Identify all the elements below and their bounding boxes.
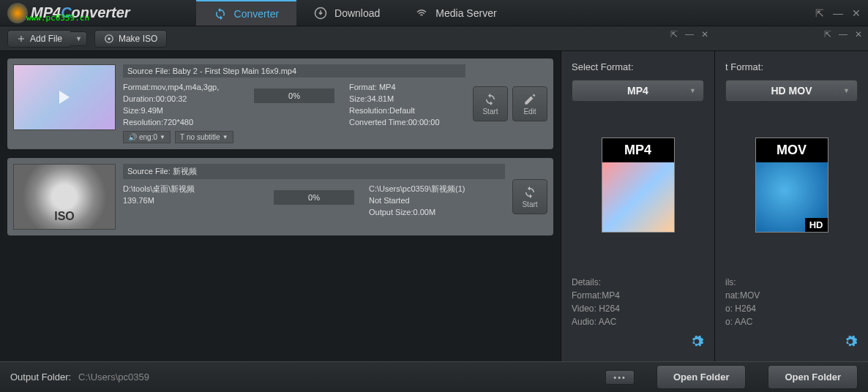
svg-point-2 <box>108 37 111 40</box>
gear-icon[interactable] <box>689 334 704 349</box>
format-select[interactable]: HD MOV ▼ <box>725 80 858 102</box>
format-panel-2: ⇱ — ✕ t Format: HD MOV ▼ MOV HD <box>714 51 868 361</box>
output-info: C:\Users\pc0359\新视频(1) Not Started Outpu… <box>369 183 505 218</box>
output-folder-label: Output Folder: <box>10 372 71 382</box>
refresh-icon <box>523 186 536 199</box>
format-icon-image <box>602 162 674 232</box>
close-icon[interactable]: ✕ <box>701 29 708 39</box>
format-details: ils: nat:MOV o: H264 o: AAC <box>725 276 858 328</box>
thumbnail-iso[interactable]: ISO <box>13 164 116 230</box>
file-item[interactable]: ISO Source File: 新视频 D:\tools\桌面\新视频 139… <box>7 158 553 235</box>
minimize-icon[interactable]: — <box>833 7 843 19</box>
file-list: Source File: Baby 2 - First Step Main 16… <box>0 51 561 361</box>
panel-label: Select Format: <box>572 61 704 72</box>
add-file-button[interactable]: Add File <box>7 30 72 48</box>
gear-icon[interactable] <box>843 334 858 349</box>
source-file-label: Source File: 新视频 <box>123 164 505 179</box>
close-icon[interactable]: ✕ <box>852 7 861 19</box>
source-info: Format:mov,mp4,m4a,3gp, Duration:00:00:3… <box>123 81 239 128</box>
chevron-down-icon: ▼ <box>681 87 696 94</box>
toolbar: Add File ▼ Make ISO <box>0 26 868 51</box>
hd-badge: HD <box>805 218 828 232</box>
chevron-down-icon: ▼ <box>160 134 165 140</box>
format-panel-1: ⇱ — ✕ Select Format: MP4 ▼ MP4 Details: <box>561 51 714 361</box>
add-file-label: Add File <box>30 34 62 44</box>
refresh-icon <box>484 93 497 106</box>
edit-button[interactable]: Edit <box>512 86 547 121</box>
logo-badge-icon <box>7 3 28 23</box>
watermark: www.pc0359.cn <box>26 13 89 23</box>
footer: Output Folder: C:\Users\pc0359 ••• Open … <box>0 361 868 392</box>
add-file-dropdown[interactable]: ▼ <box>71 31 87 46</box>
minimize-icon[interactable]: — <box>839 29 848 39</box>
format-preview: MOV HD <box>725 102 858 268</box>
format-icon-header: MOV <box>756 138 828 162</box>
popout-icon[interactable]: ⇱ <box>670 29 678 39</box>
speaker-icon: 🔊 <box>128 133 137 141</box>
source-info: D:\tools\桌面\新视频 139.76M <box>123 183 259 218</box>
tab-download-label: Download <box>334 7 380 19</box>
start-button[interactable]: Start <box>473 86 508 121</box>
tab-media-server[interactable]: Media Server <box>397 0 514 26</box>
format-details: Details: Format:MP4 Video: H264 Audio: A… <box>572 276 704 328</box>
output-folder-path: C:\Users\pc0359 <box>78 372 149 382</box>
disc-icon <box>104 34 114 44</box>
open-folder-button[interactable]: Open Folder <box>656 365 747 389</box>
output-info: Format: MP4 Size:34.81M Resolution:Defau… <box>349 81 465 128</box>
download-icon <box>314 7 327 20</box>
text-icon: T <box>180 133 184 141</box>
popout-icon[interactable]: ⇱ <box>815 7 824 19</box>
nav-tabs: Converter Download Media Server <box>196 0 515 26</box>
tab-converter[interactable]: Converter <box>196 0 296 26</box>
close-icon[interactable]: ✕ <box>855 29 862 39</box>
tab-converter-label: Converter <box>234 8 279 20</box>
play-icon <box>59 91 70 104</box>
start-button[interactable]: Start <box>512 179 547 214</box>
chevron-down-icon: ▼ <box>835 87 850 94</box>
format-select[interactable]: MP4 ▼ <box>572 80 704 102</box>
plus-icon <box>17 34 26 43</box>
format-icon-image: HD <box>756 162 828 232</box>
make-iso-label: Make ISO <box>119 34 157 44</box>
file-item[interactable]: Source File: Baby 2 - First Step Main 16… <box>7 59 553 149</box>
progress-bar: 0% <box>254 88 334 103</box>
tab-download[interactable]: Download <box>296 0 397 26</box>
tab-media-server-label: Media Server <box>435 7 496 19</box>
chevron-down-icon: ▼ <box>222 134 228 140</box>
subtitle-select[interactable]: T no subtitle ▼ <box>175 131 233 143</box>
thumbnail[interactable] <box>13 64 116 130</box>
refresh-icon <box>214 7 227 20</box>
iso-label: ISO <box>54 210 75 223</box>
audio-track-select[interactable]: 🔊 eng:0 ▼ <box>123 131 171 143</box>
source-file-label: Source File: Baby 2 - First Step Main 16… <box>123 64 465 78</box>
pencil-icon <box>523 93 536 106</box>
titlebar: MP4Converter www.pc0359.cn Converter Dow… <box>0 0 868 26</box>
make-iso-button[interactable]: Make ISO <box>94 30 167 48</box>
format-icon-header: MP4 <box>602 138 674 162</box>
wifi-icon <box>415 7 428 20</box>
progress-bar: 0% <box>274 190 354 205</box>
window-controls: ⇱ — ✕ <box>815 7 861 19</box>
minimize-icon[interactable]: — <box>685 29 694 39</box>
format-preview: MP4 <box>572 102 704 268</box>
open-folder-button-2[interactable]: Open Folder <box>768 365 858 389</box>
browse-button[interactable]: ••• <box>605 370 635 385</box>
popout-icon[interactable]: ⇱ <box>824 29 831 39</box>
panel-label: t Format: <box>725 61 858 72</box>
